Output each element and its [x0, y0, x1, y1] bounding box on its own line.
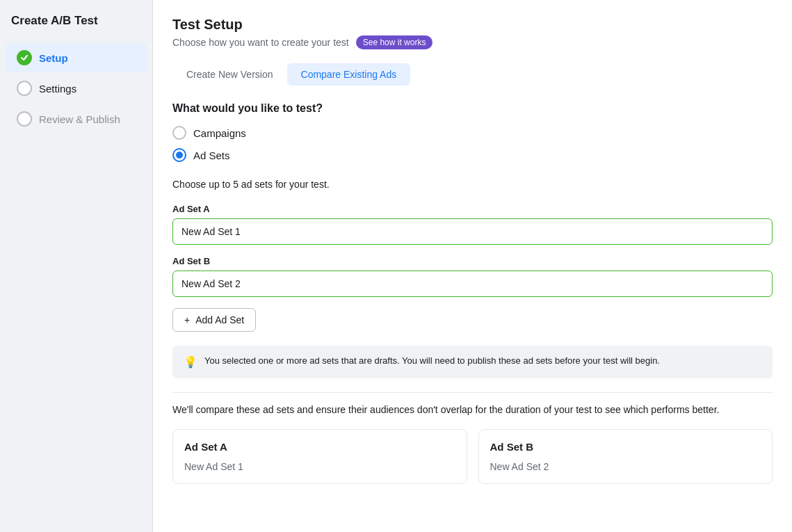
preview-card-b-value: New Ad Set 2 — [490, 461, 761, 472]
see-how-button[interactable]: See how it works — [356, 35, 433, 49]
adset-b-section: Ad Set B — [172, 256, 773, 297]
preview-card-a-title: Ad Set A — [184, 441, 455, 453]
adset-b-label: Ad Set B — [172, 256, 773, 266]
sidebar-item-review-label: Review & Publish — [39, 113, 120, 125]
sidebar-item-review[interactable]: Review & Publish — [6, 104, 147, 134]
preview-card-a: Ad Set A New Ad Set 1 — [172, 429, 467, 484]
preview-card-b: Ad Set B New Ad Set 2 — [478, 429, 773, 484]
radio-campaigns-label: Campaigns — [193, 127, 246, 139]
divider — [172, 392, 773, 393]
add-adset-button[interactable]: + Add Ad Set — [172, 308, 256, 332]
header-subtitle: Choose how you want to create your test — [172, 37, 349, 48]
adset-a-label: Ad Set A — [172, 204, 773, 214]
choose-text: Choose up to 5 ad sets for your test. — [172, 179, 773, 190]
add-adset-label: Add Ad Set — [195, 314, 244, 325]
test-question: What would you like to test? — [172, 102, 773, 115]
main-content: Test Setup Choose how you want to create… — [153, 0, 792, 532]
adset-a-section: Ad Set A — [172, 204, 773, 245]
preview-card-a-value: New Ad Set 1 — [184, 461, 455, 472]
radio-group: Campaigns Ad Sets — [172, 126, 773, 162]
lightbulb-icon: 💡 — [184, 355, 197, 369]
radio-adsets-circle[interactable] — [172, 148, 186, 162]
page-title: Test Setup — [172, 17, 773, 33]
adset-a-input[interactable] — [172, 218, 773, 245]
sidebar-item-setup-label: Setup — [39, 52, 68, 64]
settings-step-icon — [17, 81, 32, 96]
sidebar-item-setup[interactable]: Setup — [6, 43, 147, 72]
setup-step-icon — [17, 50, 32, 65]
tab-create-new[interactable]: Create New Version — [172, 63, 287, 86]
review-step-icon — [17, 111, 32, 127]
sidebar: Create A/B Test Setup Settings Review & … — [0, 0, 153, 532]
radio-campaigns-circle[interactable] — [172, 126, 186, 140]
sidebar-item-settings[interactable]: Settings — [6, 74, 147, 103]
radio-campaigns[interactable]: Campaigns — [172, 126, 773, 140]
notice-text: You selected one or more ad sets that ar… — [204, 355, 660, 366]
header-subtitle-row: Choose how you want to create your test … — [172, 35, 773, 49]
add-adset-plus-icon: + — [184, 314, 190, 325]
sidebar-title: Create A/B Test — [0, 14, 152, 42]
adset-b-input[interactable] — [172, 271, 773, 297]
preview-card-b-title: Ad Set B — [490, 441, 761, 453]
preview-cards: Ad Set A New Ad Set 1 Ad Set B New Ad Se… — [172, 429, 773, 484]
sidebar-item-settings-label: Settings — [39, 83, 76, 95]
notice-box: 💡 You selected one or more ad sets that … — [172, 346, 773, 378]
radio-adsets[interactable]: Ad Sets — [172, 148, 773, 162]
tab-group: Create New Version Compare Existing Ads — [172, 63, 773, 86]
tab-compare-existing[interactable]: Compare Existing Ads — [287, 63, 411, 86]
bottom-description: We'll compare these ad sets and ensure t… — [172, 404, 773, 415]
radio-adsets-label: Ad Sets — [193, 150, 230, 161]
